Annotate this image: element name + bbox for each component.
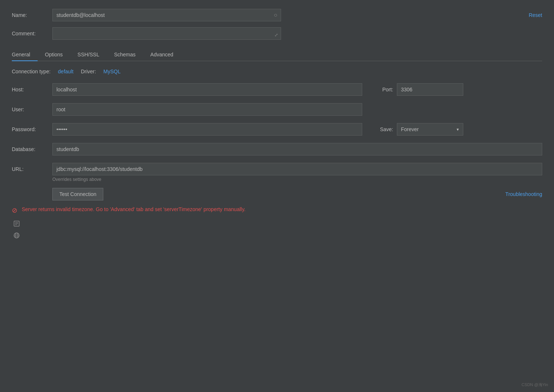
troubleshooting-link[interactable]: Troubleshooting <box>505 191 542 197</box>
driver-value[interactable]: MySQL <box>103 69 121 74</box>
tabs-container: General Options SSH/SSL Schemas Advanced <box>12 49 542 61</box>
url-input[interactable] <box>52 163 542 175</box>
port-label: Port: <box>371 87 393 92</box>
connection-type-value[interactable]: default <box>58 69 73 74</box>
globe-icon[interactable] <box>13 232 542 240</box>
comment-label: Comment: <box>12 31 52 36</box>
reset-button[interactable]: Reset <box>529 12 542 18</box>
tab-schemas[interactable]: Schemas <box>107 49 143 61</box>
name-input[interactable] <box>52 9 281 21</box>
tab-advanced[interactable]: Advanced <box>143 49 181 61</box>
host-input[interactable] <box>52 83 362 96</box>
driver-prefix: Driver: <box>81 69 96 74</box>
name-input-wrapper: ○ <box>52 9 281 21</box>
comment-input[interactable] <box>52 27 281 40</box>
tab-general[interactable]: General <box>12 49 38 61</box>
password-input[interactable] <box>52 123 362 136</box>
url-hint: Overrides settings above <box>52 177 542 182</box>
password-label: Password: <box>12 126 52 132</box>
user-label: User: <box>12 106 52 112</box>
port-input[interactable] <box>397 83 463 96</box>
user-input[interactable] <box>52 103 362 116</box>
url-label: URL: <box>12 166 52 172</box>
host-label: Host: <box>12 87 52 92</box>
connection-type-prefix: Connection type: <box>12 69 51 74</box>
name-icon: ○ <box>274 12 277 18</box>
log-icon[interactable] <box>13 220 542 228</box>
database-input[interactable] <box>52 143 542 155</box>
database-label: Database: <box>12 146 52 152</box>
host-row: Host: Port: <box>12 83 542 96</box>
url-row: URL: Overrides settings above <box>12 163 542 182</box>
comment-input-wrapper: ⤢ <box>52 27 281 40</box>
test-connection-button[interactable]: Test Connection <box>52 188 103 200</box>
icon-row <box>13 220 542 240</box>
save-select[interactable]: Forever For session Never <box>397 123 463 136</box>
database-row: Database: <box>12 143 542 155</box>
tab-ssh-ssl[interactable]: SSH/SSL <box>70 49 107 61</box>
tab-options[interactable]: Options <box>38 49 70 61</box>
error-row: ⊘ Server returns invalid timezone. Go to… <box>12 206 542 214</box>
error-icon: ⊘ <box>12 206 17 214</box>
error-message: Server returns invalid timezone. Go to '… <box>22 206 246 212</box>
test-row: Test Connection Troubleshooting <box>12 188 542 200</box>
save-label: Save: <box>371 126 393 132</box>
expand-icon: ⤢ <box>274 32 278 38</box>
name-label: Name: <box>12 12 52 18</box>
connection-type-row: Connection type: default Driver: MySQL <box>12 69 542 74</box>
watermark: CSDN @海Yin <box>522 382 548 388</box>
save-select-wrapper: Forever For session Never ▼ <box>397 123 463 136</box>
password-row: Password: Save: Forever For session Neve… <box>12 123 542 136</box>
user-row: User: <box>12 103 542 116</box>
